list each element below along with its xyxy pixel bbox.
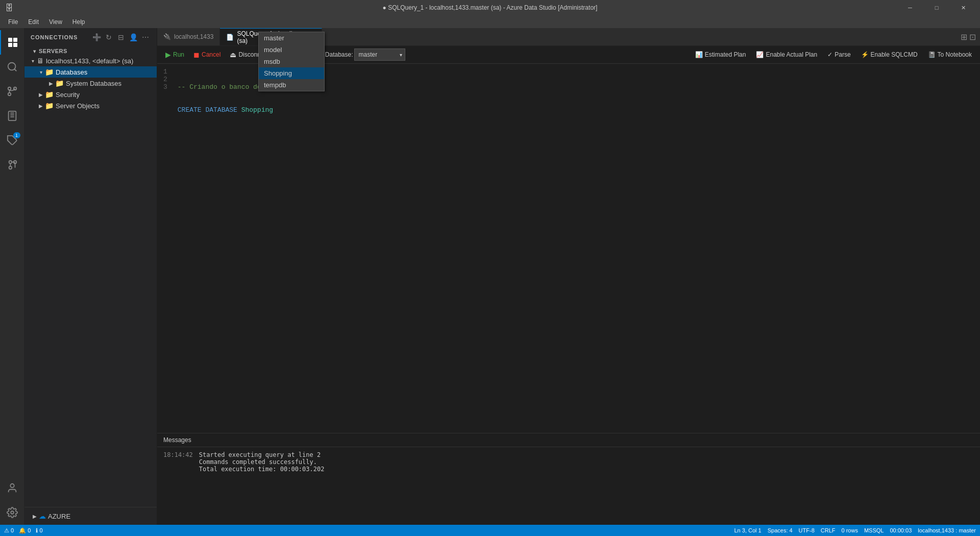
status-warnings[interactable]: 🔔 0	[19, 527, 31, 534]
parse-button[interactable]: ✓ Parse	[823, 50, 854, 60]
svg-point-7	[8, 93, 11, 96]
to-notebook-button[interactable]: 📓 To Notebook	[924, 50, 976, 60]
sidebar: CONNECTIONS ➕ ↻ ⊟ 👤 ⋯ ▾ SERVERS ▾ 🖥 loca…	[24, 28, 157, 525]
dropdown-tempdb[interactable]: tempdb	[259, 79, 324, 91]
sidebar-more-btn[interactable]: ⋯	[140, 32, 151, 42]
tab-localhost-icon: 🔌	[163, 33, 171, 40]
enable-sqlcmd-button[interactable]: ⚡ Enable SQLCMD	[857, 50, 922, 60]
server-label: localhost,1433, <default> (sa)	[46, 57, 133, 65]
code-line-2: CREATE DATABASE Shopping	[178, 106, 976, 114]
dropdown-master[interactable]: master	[259, 32, 324, 44]
activity-bar: 1	[0, 28, 24, 525]
sidebar-refresh-btn[interactable]: ↻	[104, 32, 114, 42]
server-objects-arrow[interactable]: ▶	[37, 103, 45, 109]
close-button[interactable]: ✕	[951, 0, 975, 15]
servers-label: ▾ SERVERS	[24, 47, 157, 55]
svg-rect-1	[13, 38, 17, 42]
messages-content: 18:14:42 Started executing query at line…	[157, 447, 980, 477]
activity-notebooks[interactable]	[0, 104, 24, 128]
activity-account[interactable]	[0, 476, 24, 500]
dropdown-shopping[interactable]: Shopping	[259, 67, 324, 79]
security-label: Security	[56, 91, 80, 99]
cancel-label: Cancel	[202, 51, 220, 58]
sidebar-add-account-btn[interactable]: 👤	[128, 32, 138, 42]
sqlcmd-label: Enable SQLCMD	[871, 51, 918, 58]
run-button[interactable]: ▶ Run	[161, 49, 188, 60]
status-encoding[interactable]: UTF-8	[799, 527, 815, 533]
menu-view[interactable]: View	[45, 17, 66, 27]
sidebar-title: CONNECTIONS	[31, 34, 78, 40]
system-databases-icon: 📁	[55, 79, 64, 87]
status-right: Ln 3, Col 1 Spaces: 4 UTF-8 CRLF 0 rows …	[734, 527, 976, 533]
cancel-button[interactable]: ◼ Cancel	[189, 49, 225, 60]
activity-extensions[interactable]: 1	[0, 128, 24, 153]
sidebar-actions: ➕ ↻ ⊟ 👤 ⋯	[91, 32, 151, 42]
estimated-plan-button[interactable]: 📊 Estimated Plan	[691, 50, 750, 60]
activity-connections[interactable]	[0, 30, 24, 55]
activity-git[interactable]	[0, 153, 24, 177]
dropdown-model[interactable]: model	[259, 44, 324, 56]
security-arrow[interactable]: ▶	[37, 92, 45, 98]
code-editor[interactable]: 1 2 3 -- Criando o banco de dados CREATE…	[157, 64, 980, 433]
editor-split-icon[interactable]: ⊡	[969, 32, 976, 42]
message-text: Started executing query at line 2Command…	[199, 451, 325, 473]
svg-rect-0	[8, 38, 12, 42]
status-line-ending[interactable]: CRLF	[821, 527, 836, 533]
svg-rect-2	[8, 43, 12, 47]
database-selector[interactable]: master model msdb Shopping tempdb	[354, 48, 405, 61]
system-databases-item[interactable]: ▶ 📁 System Databases	[24, 78, 157, 89]
editor-layout-icon[interactable]: ⊞	[961, 32, 967, 42]
code-line-3	[178, 129, 976, 137]
app-icon: 🗄	[5, 4, 13, 12]
status-rows[interactable]: 0 rows	[842, 527, 858, 533]
menu-file[interactable]: File	[4, 17, 22, 27]
status-errors[interactable]: ⚠ 0	[4, 527, 14, 534]
enable-actual-label: Enable Actual Plan	[766, 51, 817, 58]
maximize-button[interactable]: □	[925, 0, 948, 15]
menu-help[interactable]: Help	[68, 17, 89, 27]
databases-item[interactable]: ▾ 📁 Databases	[24, 66, 157, 78]
activity-source-control[interactable]	[0, 79, 24, 104]
svg-rect-9	[8, 111, 16, 120]
status-position[interactable]: Ln 3, Col 1	[734, 527, 761, 533]
status-mode[interactable]: MSSQL	[864, 527, 884, 533]
status-info[interactable]: ℹ 0	[36, 527, 42, 534]
security-item[interactable]: ▶ 📁 Security	[24, 89, 157, 100]
editor-area: 🔌 localhost,1433 📄 SQLQuery_1 - localh..…	[157, 28, 980, 525]
azure-item[interactable]: ▶ ☁ AZURE	[31, 510, 151, 522]
tab-localhost[interactable]: 🔌 localhost,1433	[157, 28, 220, 45]
main-layout: 1 CONNECTIONS ➕ ↻ ⊟ 👤 ⋯	[0, 28, 980, 525]
status-server[interactable]: localhost,1433 : master	[918, 527, 976, 533]
message-row: 18:14:42 Started executing query at line…	[163, 451, 974, 473]
azure-icon: ☁	[39, 512, 46, 520]
status-time[interactable]: 00:00:03	[890, 527, 912, 533]
enable-actual-plan-button[interactable]: 📈 Enable Actual Plan	[752, 50, 821, 60]
server-item[interactable]: ▾ 🖥 localhost,1433, <default> (sa)	[24, 55, 157, 66]
title-bar-left: 🗄	[5, 4, 13, 12]
sqlcmd-icon: ⚡	[861, 51, 869, 58]
menu-edit[interactable]: Edit	[24, 17, 43, 27]
database-dropdown: master model msdb Shopping tempdb	[258, 32, 325, 91]
server-collapse-icon[interactable]: ▾	[29, 58, 37, 64]
status-spaces[interactable]: Spaces: 4	[768, 527, 793, 533]
activity-settings[interactable]	[0, 500, 24, 525]
run-icon: ▶	[165, 51, 171, 59]
minimize-button[interactable]: ─	[898, 0, 922, 15]
messages-header: Messages	[157, 433, 980, 447]
sidebar-group-btn[interactable]: ⊟	[116, 32, 126, 42]
azure-section: ▶ ☁ AZURE	[24, 507, 157, 525]
server-objects-item[interactable]: ▶ 📁 Server Objects	[24, 100, 157, 111]
servers-section-label: SERVERS	[39, 48, 67, 54]
activity-search[interactable]	[0, 55, 24, 79]
svg-rect-3	[13, 43, 17, 47]
servers-collapse-icon[interactable]: ▾	[31, 48, 39, 54]
databases-collapse-icon[interactable]: ▾	[37, 69, 45, 75]
title-bar-controls: ─ □ ✕	[898, 0, 975, 15]
dropdown-msdb[interactable]: msdb	[259, 56, 324, 67]
tab-localhost-label: localhost,1433	[174, 33, 213, 40]
menu-bar: File Edit View Help	[0, 15, 980, 28]
system-databases-arrow[interactable]: ▶	[47, 81, 55, 86]
sidebar-new-connection-btn[interactable]: ➕	[91, 32, 102, 42]
line-num-1: 1	[163, 68, 167, 76]
azure-arrow[interactable]: ▶	[31, 514, 39, 519]
